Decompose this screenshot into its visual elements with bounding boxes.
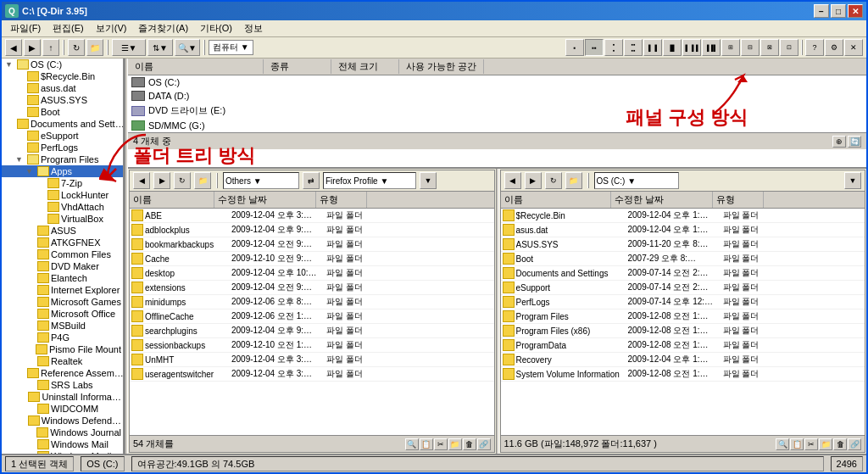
- list-item[interactable]: $Recycle.Bin 2009-12-04 오후 1:… 파일 폴더: [501, 209, 865, 223]
- tree-item[interactable]: VhdAttach: [2, 201, 123, 213]
- tree-item[interactable]: PerfLogs: [2, 142, 123, 153]
- left-back-button[interactable]: ◀: [133, 172, 150, 189]
- tree-item[interactable]: Microsoft Games: [2, 296, 123, 308]
- help-button[interactable]: ?: [805, 39, 824, 56]
- tree-item[interactable]: Internet Explorer: [2, 284, 123, 296]
- list-item[interactable]: Program Files (x86) 2009-12-08 오전 1:… 파일…: [501, 324, 865, 338]
- tree-item[interactable]: WIDCOMM: [2, 403, 123, 415]
- list-item[interactable]: Boot 2007-29 오후 8:… 파일 폴더: [501, 252, 865, 266]
- left-swap-btn[interactable]: ⇄: [303, 172, 320, 189]
- layout-btn-2[interactable]: ▪▪: [585, 39, 604, 56]
- tree-item[interactable]: SRS Labs: [2, 379, 123, 391]
- drive-item[interactable]: DATA (D:): [128, 89, 866, 103]
- tree-item[interactable]: LockHunter: [2, 189, 123, 201]
- back-button[interactable]: ◀: [5, 39, 22, 56]
- tree-item[interactable]: eSupport: [2, 130, 123, 142]
- right-folder-button[interactable]: 📁: [565, 172, 582, 189]
- tree-item[interactable]: Windows Defend…: [2, 415, 123, 427]
- right-action-link[interactable]: 🔗: [848, 438, 861, 450]
- menu-other[interactable]: 기타(O): [195, 20, 237, 36]
- menu-edit[interactable]: 편집(E): [47, 20, 89, 36]
- drives-action-2[interactable]: 🔄: [848, 136, 861, 148]
- minimize-button[interactable]: −: [814, 4, 829, 18]
- list-item[interactable]: eSupport 2009-07-14 오전 2:… 파일 폴더: [501, 281, 865, 295]
- tree-item[interactable]: DVD Maker: [2, 260, 123, 272]
- list-item[interactable]: useragentswitcher 2009-12-04 오후 3:… 파일 폴…: [130, 367, 494, 382]
- layout-btn-6[interactable]: ▐▌: [663, 39, 682, 56]
- drives-action-1[interactable]: ⊕: [832, 136, 846, 148]
- menu-favorites[interactable]: 즐겨찾기(A): [133, 20, 193, 36]
- list-item[interactable]: Recovery 2009-12-04 오후 1:… 파일 폴더: [501, 353, 865, 367]
- layout-btn-9[interactable]: ⊞: [721, 39, 740, 56]
- menu-file[interactable]: 파일(F): [5, 20, 46, 36]
- tree-item[interactable]: asus.dat: [2, 82, 123, 94]
- drive-item[interactable]: OS (C:): [128, 75, 866, 89]
- list-item[interactable]: Documents and Settings 2009-07-14 오전 2:……: [501, 266, 865, 281]
- tree-item[interactable]: Microsoft Office: [2, 308, 123, 320]
- right-path-btn[interactable]: ▼: [844, 172, 861, 189]
- tree-item[interactable]: Realtek: [2, 355, 123, 367]
- expand-icon[interactable]: ▼: [5, 60, 15, 69]
- list-item[interactable]: ASUS.SYS 2009-11-20 오후 8:… 파일 폴더: [501, 237, 865, 252]
- left-action-delete[interactable]: 🗑: [463, 438, 476, 450]
- close-button[interactable]: ✕: [848, 4, 863, 18]
- left-action-paste[interactable]: 📁: [448, 438, 462, 450]
- maximize-button[interactable]: □: [831, 4, 846, 18]
- address-combo[interactable]: 컴퓨터 ▼: [209, 40, 253, 55]
- up-button[interactable]: ↑: [42, 39, 59, 56]
- close-panel-button[interactable]: ✕: [844, 39, 863, 56]
- right-action-delete[interactable]: 🗑: [833, 438, 847, 450]
- list-item[interactable]: PerfLogs 2009-07-14 오후 12:… 파일 폴더: [501, 295, 865, 309]
- left-refresh-button[interactable]: ↻: [174, 172, 191, 189]
- tree-item[interactable]: Windows Mail: [2, 438, 123, 450]
- folder-button[interactable]: 📁: [86, 39, 103, 56]
- tree-item[interactable]: ▼Program Files: [2, 153, 123, 165]
- menu-info[interactable]: 정보: [239, 20, 268, 36]
- right-action-search[interactable]: 🔍: [776, 438, 789, 450]
- right-refresh-button[interactable]: ↻: [545, 172, 562, 189]
- left-path-others[interactable]: Others ▼: [223, 172, 299, 189]
- list-item[interactable]: bookmarkbackups 2009-12-04 오전 9:… 파일 폴더: [130, 237, 494, 252]
- tree-item[interactable]: P4G: [2, 332, 123, 343]
- layout-btn-4[interactable]: ▪▪▪▪: [624, 39, 643, 56]
- left-forward-button[interactable]: ▶: [153, 172, 170, 189]
- list-item[interactable]: minidumps 2009-12-06 오후 8:… 파일 폴더: [130, 295, 494, 309]
- tree-item[interactable]: Pismo File Mount: [2, 343, 123, 355]
- sort-button[interactable]: ⇅▼: [147, 39, 173, 56]
- tree-item[interactable]: MSBuild: [2, 320, 123, 332]
- tree-item[interactable]: ▼OS (C:): [2, 59, 123, 70]
- tree-item[interactable]: Windows Journal: [2, 427, 123, 438]
- list-item[interactable]: sessionbackups 2009-12-10 오전 1:… 파일 폴더: [130, 338, 494, 353]
- tree-item[interactable]: Uninstall Informa…: [2, 391, 123, 403]
- list-item[interactable]: System Volume Information 2009-12-08 오전 …: [501, 367, 865, 382]
- layout-btn-5[interactable]: ▌▐: [643, 39, 662, 56]
- tree-item[interactable]: ASUS.SYS: [2, 94, 123, 106]
- right-path-os[interactable]: OS (C:) ▼: [594, 172, 679, 189]
- tree-item[interactable]: Documents and Sett…: [2, 118, 123, 130]
- tree-item[interactable]: ATKGFNEX: [2, 237, 123, 248]
- expand-icon[interactable]: ▼: [25, 167, 36, 176]
- tree-item[interactable]: Boot: [2, 106, 123, 118]
- layout-btn-10[interactable]: ⊟: [741, 39, 760, 56]
- list-item[interactable]: Cache 2009-12-10 오전 9:… 파일 폴더: [130, 252, 494, 266]
- tree-item[interactable]: ASUS: [2, 225, 123, 237]
- menu-view[interactable]: 보기(V): [91, 20, 132, 36]
- tree-item[interactable]: ▼Apps: [2, 165, 123, 177]
- vertical-split-handle[interactable]: [496, 169, 499, 454]
- tree-item[interactable]: Elantech: [2, 272, 123, 284]
- list-item[interactable]: adblockplus 2009-12-04 오후 9:… 파일 폴더: [130, 223, 494, 237]
- left-folder-button[interactable]: 📁: [194, 172, 211, 189]
- right-action-cut[interactable]: ✂: [804, 438, 818, 450]
- view-dropdown[interactable]: ☰▼: [112, 39, 146, 56]
- tree-item[interactable]: Reference Assem…: [2, 367, 123, 379]
- list-item[interactable]: extensions 2009-12-04 오전 9:… 파일 폴더: [130, 281, 494, 295]
- list-item[interactable]: OfflineCache 2009-12-06 오전 1:… 파일 폴더: [130, 309, 494, 324]
- right-forward-button[interactable]: ▶: [525, 172, 542, 189]
- forward-button[interactable]: ▶: [24, 39, 41, 56]
- list-item[interactable]: desktop 2009-12-04 오후 10:… 파일 폴더: [130, 266, 494, 281]
- right-action-paste[interactable]: 📁: [819, 438, 832, 450]
- list-item[interactable]: asus.dat 2009-12-04 오후 1:… 파일 폴더: [501, 223, 865, 237]
- right-back-button[interactable]: ◀: [504, 172, 521, 189]
- list-item[interactable]: ProgramData 2009-12-08 오전 1:… 파일 폴더: [501, 338, 865, 353]
- tree-item[interactable]: Common Files: [2, 248, 123, 260]
